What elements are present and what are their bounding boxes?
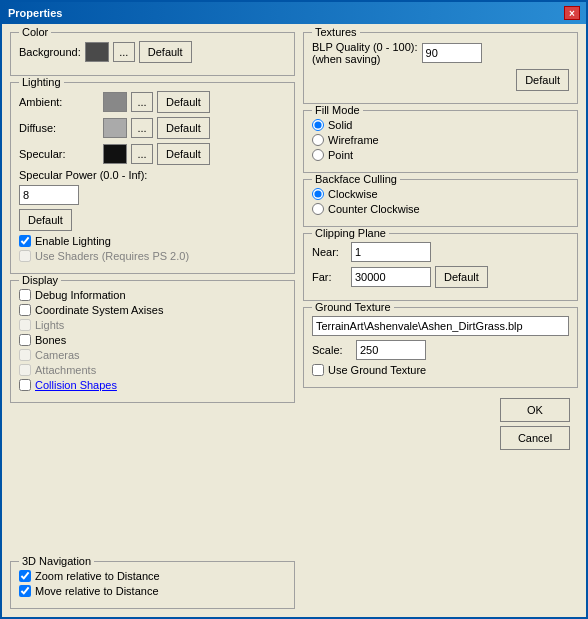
clipping-plane-group: Clipping Plane Near: Far: Default bbox=[303, 233, 578, 301]
near-label: Near: bbox=[312, 246, 347, 258]
debug-info-checkbox[interactable] bbox=[19, 289, 31, 301]
wireframe-row: Wireframe bbox=[312, 134, 569, 146]
close-button[interactable]: × bbox=[564, 6, 580, 20]
lights-checkbox[interactable] bbox=[19, 319, 31, 331]
debug-info-label: Debug Information bbox=[35, 289, 126, 301]
bones-row: Bones bbox=[19, 334, 286, 346]
point-label: Point bbox=[328, 149, 353, 161]
specular-power-default-row: Default bbox=[19, 209, 286, 231]
cameras-checkbox[interactable] bbox=[19, 349, 31, 361]
attachments-checkbox[interactable] bbox=[19, 364, 31, 376]
lights-row: Lights bbox=[19, 319, 286, 331]
use-ground-texture-label: Use Ground Texture bbox=[328, 364, 426, 376]
background-row: Background: ... Default bbox=[19, 41, 286, 63]
backface-culling-group-content: Clockwise Counter Clockwise bbox=[312, 188, 569, 215]
solid-radio[interactable] bbox=[312, 119, 324, 131]
background-color-swatch[interactable] bbox=[85, 42, 109, 62]
far-input[interactable] bbox=[351, 267, 431, 287]
specular-power-input[interactable] bbox=[19, 185, 79, 205]
use-ground-texture-row: Use Ground Texture bbox=[312, 364, 569, 376]
collision-shapes-checkbox[interactable] bbox=[19, 379, 31, 391]
cameras-row: Cameras bbox=[19, 349, 286, 361]
far-label: Far: bbox=[312, 271, 347, 283]
specular-power-section: Specular Power (0.0 - Inf): Default bbox=[19, 169, 286, 231]
dialog-buttons: OK Cancel bbox=[303, 394, 578, 458]
use-shaders-row: Use Shaders (Requires PS 2.0) bbox=[19, 250, 286, 262]
ambient-label: Ambient: bbox=[19, 96, 99, 108]
coord-axes-row: Coordinate System Axises bbox=[19, 304, 286, 316]
textures-group-title: Textures bbox=[312, 26, 360, 38]
ground-texture-group-title: Ground Texture bbox=[312, 301, 394, 313]
specular-power-default-button[interactable]: Default bbox=[19, 209, 72, 231]
textures-group: Textures BLP Quality (0 - 100): (when sa… bbox=[303, 32, 578, 104]
use-shaders-label: Use Shaders (Requires PS 2.0) bbox=[35, 250, 189, 262]
ambient-color-swatch[interactable] bbox=[103, 92, 127, 112]
specular-dots-button[interactable]: ... bbox=[131, 144, 153, 164]
coord-axes-checkbox[interactable] bbox=[19, 304, 31, 316]
bones-checkbox[interactable] bbox=[19, 334, 31, 346]
fill-mode-group-title: Fill Mode bbox=[312, 104, 363, 116]
lighting-group-content: Ambient: ... Default Diffuse: ... Defaul… bbox=[19, 91, 286, 262]
zoom-relative-label: Zoom relative to Distance bbox=[35, 570, 160, 582]
navigation-group-title: 3D Navigation bbox=[19, 555, 94, 567]
point-row: Point bbox=[312, 149, 569, 161]
specular-label: Specular: bbox=[19, 148, 99, 160]
color-group-title: Color bbox=[19, 26, 51, 38]
background-default-button[interactable]: Default bbox=[139, 41, 192, 63]
use-ground-texture-checkbox[interactable] bbox=[312, 364, 324, 376]
cancel-button[interactable]: Cancel bbox=[500, 426, 570, 450]
blp-default-button[interactable]: Default bbox=[516, 69, 569, 91]
point-radio[interactable] bbox=[312, 149, 324, 161]
blp-quality-row: BLP Quality (0 - 100): (when saving) bbox=[312, 41, 569, 65]
texture-path-input[interactable] bbox=[312, 316, 569, 336]
backface-culling-group: Backface Culling Clockwise Counter Clock… bbox=[303, 179, 578, 227]
diffuse-color-swatch[interactable] bbox=[103, 118, 127, 138]
debug-info-row: Debug Information bbox=[19, 289, 286, 301]
enable-lighting-row: Enable Lighting bbox=[19, 235, 286, 247]
diffuse-row: Diffuse: ... Default bbox=[19, 117, 286, 139]
ok-button[interactable]: OK bbox=[500, 398, 570, 422]
texture-path-row bbox=[312, 316, 569, 336]
clipping-plane-group-title: Clipping Plane bbox=[312, 227, 389, 239]
scale-row: Scale: bbox=[312, 340, 569, 360]
blp-default-row: Default bbox=[312, 69, 569, 91]
counter-cw-label: Counter Clockwise bbox=[328, 203, 420, 215]
left-column: Color Background: ... Default Lighting A… bbox=[10, 32, 295, 609]
scale-input[interactable] bbox=[356, 340, 426, 360]
blp-quality-input[interactable] bbox=[422, 43, 482, 63]
far-row: Far: Default bbox=[312, 266, 569, 288]
properties-dialog: Properties × Color Background: ... Defau… bbox=[0, 0, 588, 619]
scale-label: Scale: bbox=[312, 344, 352, 356]
use-shaders-checkbox[interactable] bbox=[19, 250, 31, 262]
clockwise-row: Clockwise bbox=[312, 188, 569, 200]
specular-power-label: Specular Power (0.0 - Inf): bbox=[19, 169, 147, 181]
near-input[interactable] bbox=[351, 242, 431, 262]
lights-label: Lights bbox=[35, 319, 64, 331]
clipping-plane-group-content: Near: Far: Default bbox=[312, 242, 569, 288]
diffuse-default-button[interactable]: Default bbox=[157, 117, 210, 139]
ambient-row: Ambient: ... Default bbox=[19, 91, 286, 113]
ambient-dots-button[interactable]: ... bbox=[131, 92, 153, 112]
specular-default-button[interactable]: Default bbox=[157, 143, 210, 165]
clipping-default-button[interactable]: Default bbox=[435, 266, 488, 288]
ground-texture-group-content: Scale: Use Ground Texture bbox=[312, 316, 569, 376]
attachments-label: Attachments bbox=[35, 364, 96, 376]
counter-cw-radio[interactable] bbox=[312, 203, 324, 215]
move-relative-label: Move relative to Distance bbox=[35, 585, 159, 597]
zoom-relative-row: Zoom relative to Distance bbox=[19, 570, 286, 582]
ambient-default-button[interactable]: Default bbox=[157, 91, 210, 113]
enable-lighting-checkbox[interactable] bbox=[19, 235, 31, 247]
enable-lighting-label: Enable Lighting bbox=[35, 235, 111, 247]
zoom-relative-checkbox[interactable] bbox=[19, 570, 31, 582]
near-row: Near: bbox=[312, 242, 569, 262]
backface-culling-group-title: Backface Culling bbox=[312, 173, 400, 185]
diffuse-dots-button[interactable]: ... bbox=[131, 118, 153, 138]
coord-axes-label: Coordinate System Axises bbox=[35, 304, 163, 316]
background-dots-button[interactable]: ... bbox=[113, 42, 135, 62]
specular-color-swatch[interactable] bbox=[103, 144, 127, 164]
move-relative-checkbox[interactable] bbox=[19, 585, 31, 597]
ground-texture-group: Ground Texture Scale: Use Ground Texture bbox=[303, 307, 578, 388]
wireframe-radio[interactable] bbox=[312, 134, 324, 146]
diffuse-label: Diffuse: bbox=[19, 122, 99, 134]
clockwise-radio[interactable] bbox=[312, 188, 324, 200]
